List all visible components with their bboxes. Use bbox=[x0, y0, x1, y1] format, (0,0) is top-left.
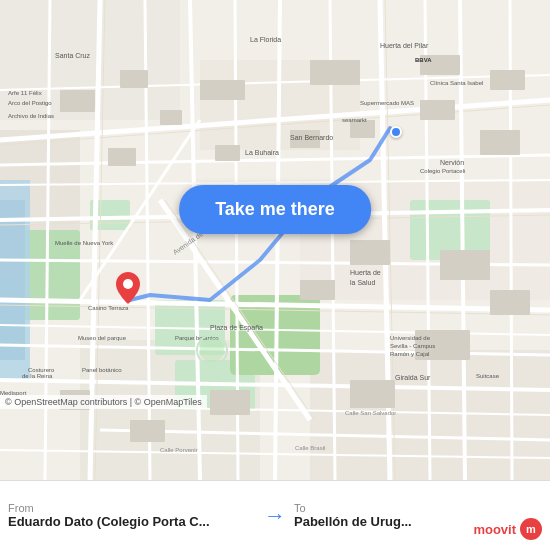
svg-text:Nervión: Nervión bbox=[440, 159, 464, 166]
svg-rect-48 bbox=[60, 90, 95, 112]
svg-text:Plaza de España: Plaza de España bbox=[210, 324, 263, 332]
svg-text:Suitcase: Suitcase bbox=[476, 373, 500, 379]
svg-text:Arco del Postigo: Arco del Postigo bbox=[8, 100, 52, 106]
svg-text:Muelle de Nueva York: Muelle de Nueva York bbox=[55, 240, 114, 246]
svg-text:La Florida: La Florida bbox=[250, 36, 281, 43]
svg-rect-64 bbox=[490, 290, 530, 315]
moovit-icon: m bbox=[520, 518, 542, 540]
svg-text:Huerta del Pilar: Huerta del Pilar bbox=[380, 42, 429, 49]
svg-rect-61 bbox=[440, 250, 490, 280]
svg-text:Universidad de: Universidad de bbox=[390, 335, 431, 341]
svg-text:Calle Porvenir: Calle Porvenir bbox=[160, 447, 198, 453]
svg-text:Archivo de Indias: Archivo de Indias bbox=[8, 113, 54, 119]
destination-pin bbox=[116, 272, 140, 308]
svg-text:Giralda Sur: Giralda Sur bbox=[395, 374, 431, 381]
route-arrow: → bbox=[256, 503, 294, 529]
svg-text:Supermercado MAS: Supermercado MAS bbox=[360, 100, 414, 106]
svg-text:Ramón y Cajal: Ramón y Cajal bbox=[390, 351, 429, 357]
svg-rect-49 bbox=[200, 80, 245, 100]
take-me-there-button[interactable]: Take me there bbox=[179, 185, 371, 234]
svg-rect-65 bbox=[350, 380, 395, 408]
map-attribution: © OpenStreetMap contributors | © OpenMap… bbox=[0, 395, 207, 409]
svg-text:Calle Brasil: Calle Brasil bbox=[295, 445, 325, 451]
route-from-label: From bbox=[8, 502, 256, 514]
svg-rect-50 bbox=[310, 60, 360, 85]
svg-text:Calle San Salvador: Calle San Salvador bbox=[345, 410, 396, 416]
svg-text:la Salud: la Salud bbox=[350, 279, 375, 286]
svg-rect-57 bbox=[215, 145, 240, 161]
svg-rect-59 bbox=[120, 70, 148, 88]
svg-rect-53 bbox=[480, 130, 520, 155]
svg-point-90 bbox=[200, 338, 224, 362]
svg-rect-52 bbox=[490, 70, 525, 90]
svg-rect-54 bbox=[420, 100, 455, 120]
svg-rect-66 bbox=[210, 390, 250, 415]
route-from-name: Eduardo Dato (Colegio Porta C... bbox=[8, 514, 256, 529]
svg-rect-47 bbox=[108, 148, 136, 166]
svg-rect-58 bbox=[160, 110, 182, 125]
map-container: Santa Cruz La Florida Huerta del Pilar S… bbox=[0, 0, 550, 480]
svg-text:Colegio Portaceli: Colegio Portaceli bbox=[420, 168, 465, 174]
svg-text:BBVA: BBVA bbox=[415, 57, 432, 63]
svg-text:Clínica Santa Isabel: Clínica Santa Isabel bbox=[430, 80, 483, 86]
route-to-label: To bbox=[294, 502, 542, 514]
moovit-logo: moovit m bbox=[473, 518, 542, 540]
svg-text:Arfe 11  Félix: Arfe 11 Félix bbox=[8, 90, 42, 96]
svg-rect-14 bbox=[0, 200, 25, 360]
svg-text:Santa Cruz: Santa Cruz bbox=[55, 52, 91, 59]
route-from: From Eduardo Dato (Colegio Porta C... bbox=[8, 502, 256, 529]
svg-text:seamarkt: seamarkt bbox=[342, 117, 367, 123]
svg-point-105 bbox=[123, 279, 133, 289]
svg-text:San Bernardo: San Bernardo bbox=[290, 134, 333, 141]
svg-rect-67 bbox=[130, 420, 165, 442]
svg-text:Huerta de: Huerta de bbox=[350, 269, 381, 276]
moovit-text: moovit bbox=[473, 522, 516, 537]
bottom-bar: From Eduardo Dato (Colegio Porta C... → … bbox=[0, 480, 550, 550]
current-location-dot bbox=[390, 126, 402, 138]
svg-text:Sevilla - Campus: Sevilla - Campus bbox=[390, 343, 435, 349]
svg-rect-62 bbox=[300, 280, 335, 300]
svg-text:Museo del parque: Museo del parque bbox=[78, 335, 127, 341]
svg-text:Panel botánico: Panel botánico bbox=[82, 367, 122, 373]
svg-text:La Buhaira: La Buhaira bbox=[245, 149, 279, 156]
svg-rect-60 bbox=[350, 240, 390, 265]
svg-text:de la Reina: de la Reina bbox=[22, 373, 53, 379]
